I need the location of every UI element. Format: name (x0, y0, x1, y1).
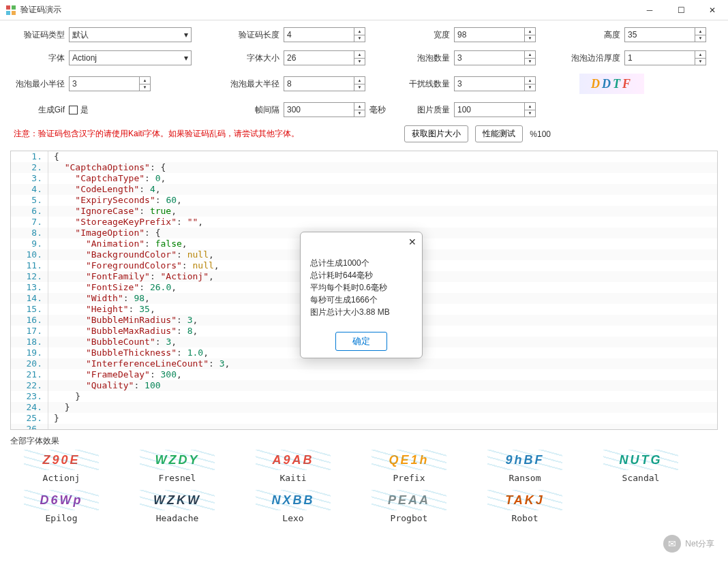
captcha-sample: WZDY (140, 450, 215, 470)
bubblemax-label: 泡泡最大半径 (211, 78, 279, 90)
code-line: 23. } (11, 391, 717, 402)
font-label: 字体 (14, 52, 65, 64)
spinner-icon[interactable]: ▲▼ (354, 103, 365, 117)
result-dialog: ✕ 总计生成1000个总计耗时644毫秒平均每个耗时0.6毫秒每秒可生成1666… (300, 232, 423, 358)
height-label: 高度 (539, 29, 620, 41)
interference-input[interactable]: 3 ▲▼ (454, 76, 536, 91)
spinner-icon[interactable]: ▲▼ (524, 51, 535, 65)
gallery-label: Kaiti (256, 473, 331, 483)
width-label: 宽度 (368, 29, 450, 41)
gallery-item: 9hBFRansom (487, 450, 562, 483)
gallery-item: Z90EActionj (24, 450, 99, 483)
svg-rect-0 (6, 5, 10, 10)
dialog-line: 总计生成1000个 (310, 257, 412, 269)
spinner-icon[interactable]: ▲▼ (354, 51, 365, 65)
watermark: ✉ Net分享 (663, 535, 714, 553)
gallery-label: Prefix (371, 473, 446, 483)
spinner-icon[interactable]: ▲▼ (524, 103, 535, 117)
gallery-label: Fresnel (140, 473, 215, 483)
framedelay-label: 帧间隔 (211, 104, 279, 116)
fontsize-label: 字体大小 (211, 52, 279, 64)
gallery-item: D6WpEpilog (24, 490, 99, 523)
bubblemin-input[interactable]: 3 ▲▼ (69, 76, 151, 91)
captcha-sample: TAKJ (487, 490, 562, 510)
spinner-icon[interactable]: ▲▼ (354, 77, 365, 91)
svg-rect-2 (6, 11, 10, 15)
gif-label: 生成Gif (14, 104, 65, 116)
interference-label: 干扰线数量 (368, 78, 450, 90)
dialog-line: 图片总计大小3.88 MB (310, 306, 412, 318)
gallery-label: Lexo (256, 513, 331, 523)
wechat-icon: ✉ (663, 535, 681, 553)
captcha-sample: D6Wp (24, 490, 99, 510)
gallery-item: A9ABKaiti (256, 450, 331, 483)
gallery-item: WZKWHeadache (140, 490, 215, 523)
code-line: 2. "CaptchaOptions": { (11, 162, 717, 173)
framedelay-input[interactable]: 300 ▲▼ (284, 102, 365, 117)
dialog-line: 总计耗时644毫秒 (310, 269, 412, 281)
gallery-item: NUTGScandal (603, 450, 678, 483)
gallery-title: 全部字体效果 (10, 435, 718, 447)
code-line: 4. "CodeLength": 4, (11, 184, 717, 195)
fontsize-input[interactable]: 26 ▲▼ (284, 50, 365, 65)
app-icon (5, 5, 16, 16)
framedelay-unit: 毫秒 (369, 104, 386, 116)
code-line: 26. (11, 424, 717, 430)
captcha-sample: WZKW (140, 490, 215, 510)
length-label: 验证码长度 (211, 29, 279, 41)
type-label: 验证码类型 (14, 29, 65, 41)
code-line: 6. "IgnoreCase": true, (11, 206, 717, 217)
spinner-icon[interactable]: ▲▼ (354, 28, 365, 42)
width-input[interactable]: 98 ▲▼ (454, 27, 536, 42)
spinner-icon[interactable]: ▲▼ (139, 77, 150, 91)
form-area: 验证码类型 默认 ▾ 验证码长度 4 ▲▼ 宽度 98 ▲▼ 高度 35 ▲▼ (0, 20, 728, 142)
close-button[interactable]: ✕ (697, 0, 728, 20)
svg-rect-1 (12, 5, 16, 10)
bubblecount-input[interactable]: 3 ▲▼ (454, 50, 536, 65)
code-line: 3. "CaptchaType": 0, (11, 173, 717, 184)
minimize-button[interactable]: ─ (634, 0, 665, 20)
dialog-line: 平均每个耗时0.6毫秒 (310, 281, 412, 294)
spinner-icon[interactable]: ▲▼ (695, 28, 706, 42)
height-input[interactable]: 35 ▲▼ (624, 27, 706, 42)
gallery-label: Headache (140, 513, 215, 523)
window-title: 验证码演示 (20, 4, 61, 16)
spinner-icon[interactable]: ▲▼ (695, 51, 706, 65)
dialog-close-icon[interactable]: ✕ (408, 236, 416, 247)
quality-input[interactable]: 100 ▲▼ (454, 102, 536, 117)
spinner-icon[interactable]: ▲▼ (524, 28, 535, 42)
code-line: 21. "FrameDelay": 300, (11, 369, 717, 380)
gif-checkbox[interactable] (69, 106, 78, 114)
code-line: 1.{ (11, 151, 717, 162)
gallery-item: QE1hPrefix (371, 450, 446, 483)
dialog-ok-button[interactable]: 确定 (335, 332, 387, 351)
bubblemax-input[interactable]: 8 ▲▼ (284, 76, 365, 91)
getsize-button[interactable]: 获取图片大小 (404, 125, 468, 142)
bubblethick-input[interactable]: 1 ▲▼ (624, 50, 706, 65)
code-line: 7. "StoreageKeyPrefix": "", (11, 217, 717, 228)
code-line: 5. "ExpirySeconds": 60, (11, 195, 717, 206)
gallery-item: NXBBLexo (256, 490, 331, 523)
gallery-item: TAKJRobot (487, 490, 562, 523)
type-select[interactable]: 默认 ▾ (69, 27, 192, 42)
font-select[interactable]: Actionj ▾ (69, 50, 192, 65)
pct-label: %100 (530, 129, 551, 139)
svg-rect-3 (12, 11, 16, 15)
quality-label: 图片质量 (389, 104, 450, 116)
gallery-label: Progbot (371, 513, 446, 523)
length-input[interactable]: 4 ▲▼ (284, 27, 365, 42)
code-line: 22. "Quality": 100 (11, 380, 717, 391)
maximize-button[interactable]: ☐ (665, 0, 697, 20)
spinner-icon[interactable]: ▲▼ (524, 77, 535, 91)
gif-checkbox-label: 是 (80, 104, 89, 116)
perf-button[interactable]: 性能测试 (475, 125, 523, 142)
gallery-label: Robot (487, 513, 562, 523)
dialog-body: 总计生成1000个总计耗时644毫秒平均每个耗时0.6毫秒每秒可生成1666个图… (301, 232, 422, 325)
captcha-sample: A9AB (256, 450, 331, 470)
captcha-preview: DDTF (579, 74, 644, 94)
gallery-item: WZDYFresnel (140, 450, 215, 483)
gallery-item: PEAAProgbot (371, 490, 446, 523)
captcha-sample: NXBB (256, 490, 331, 510)
gallery-label: Ransom (487, 473, 562, 483)
captcha-sample: 9hBF (487, 450, 562, 470)
